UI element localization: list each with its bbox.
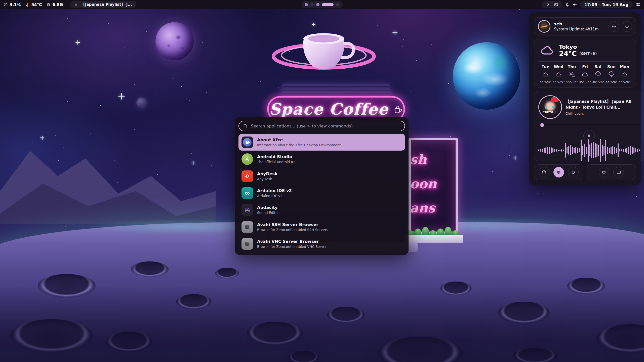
screen-record-button[interactable] [599, 167, 609, 177]
avatar[interactable] [538, 20, 550, 33]
waveform-bar [635, 148, 636, 152]
settings-button[interactable] [609, 21, 619, 32]
leaf-icon [571, 170, 576, 175]
clock[interactable]: 17:09 - Tue, 19 Aug [580, 1, 633, 8]
waveform-bar [554, 149, 555, 152]
weather-temperature: 24°C [559, 50, 577, 58]
play-pause-button[interactable] [583, 130, 595, 142]
performance-profile-button[interactable] [539, 167, 549, 177]
waveform-bar [579, 148, 580, 152]
forecast-day-label: Wed [554, 65, 564, 69]
forecast-day: Sat 36°/26° [592, 65, 605, 84]
top-bar: 3.1% 54°C 6.8G 【Japanese Playlist】 J... … [0, 0, 644, 9]
xfce-app-icon [242, 137, 253, 148]
workspace-dot[interactable] [310, 3, 314, 6]
powersave-profile-button[interactable] [568, 167, 579, 177]
seek-bar[interactable] [538, 123, 640, 127]
waveform-bar [565, 143, 566, 158]
app-row[interactable]: Avahi VNC Server Browser Browse for Zero… [238, 236, 405, 252]
screenshot-button[interactable] [613, 167, 624, 177]
waveform-bar [595, 143, 596, 158]
weather-card: Tokyo 24°C (GMT+9) Tue 33°/24° Wed 35°/2… [534, 39, 636, 87]
desktop: { "colors": { "accent": "#cfa9e3", "high… [0, 0, 644, 362]
top-bar-right: 17:09 - Tue, 19 Aug [542, 1, 640, 8]
search-bar[interactable] [238, 121, 405, 131]
divider [539, 61, 631, 62]
waveform-bar [605, 140, 606, 161]
waveform-bar [582, 146, 583, 155]
arduino-app-icon: ∞ [242, 187, 253, 199]
workspace-dot[interactable] [336, 3, 339, 6]
storm-weather-icon [608, 71, 615, 78]
waveform-bar [581, 140, 582, 161]
waveform-bar [630, 146, 631, 155]
waveform-bar [563, 150, 564, 151]
forecast-temps: 33°/24° [539, 80, 552, 84]
search-icon [243, 124, 248, 128]
workspace-indicator[interactable] [301, 1, 343, 8]
waveform-bar [626, 148, 627, 153]
app-row[interactable]: Android Studio The official Android IDE [238, 151, 405, 167]
system-tray [542, 1, 562, 8]
waveform-bar [544, 148, 545, 153]
app-row[interactable]: Avahi SSH Server Browser Browse for Zero… [238, 218, 405, 235]
power-profile-card [534, 164, 583, 180]
app-row[interactable]: About Xfce Information about the Xfce De… [238, 134, 405, 151]
notifications-bell-icon[interactable] [565, 2, 570, 7]
volume-icon[interactable] [573, 2, 577, 7]
speedometer-icon [4, 3, 8, 7]
workspace-dot[interactable] [316, 3, 319, 6]
app-list: About Xfce Information about the Xfce De… [238, 134, 405, 252]
cpu-stat[interactable]: 3.1% [4, 2, 21, 7]
screen-icon [616, 170, 621, 175]
workspace-dot[interactable] [305, 3, 308, 6]
pause-icon [587, 134, 591, 138]
forecast-day: Tue 33°/24° [539, 65, 552, 84]
app-row[interactable]: AnyDesk AnyDesk [238, 168, 405, 185]
music-player-card: TOKYO L 【Japanese Playlist】 Japan All Ni… [534, 91, 644, 161]
waveform-bar [567, 147, 568, 154]
app-title: Arduino IDE v2 [257, 188, 292, 193]
temp-value: 54°C [31, 2, 42, 7]
waveform-bar [542, 149, 543, 152]
avahi-app-icon [242, 221, 253, 233]
waveform-bar [637, 149, 638, 152]
cloud-weather-icon [542, 71, 549, 78]
album-art-text: TOKYO L [539, 111, 561, 114]
anydesk-app-icon [242, 170, 253, 182]
balanced-profile-button[interactable] [553, 167, 564, 177]
forecast-day: Fri 35°/26° [578, 65, 591, 84]
waveform-bar [607, 147, 608, 154]
user-card: seb System Uptime: 4h11m [534, 17, 636, 35]
waveform-bar [556, 149, 557, 152]
forecast-day: Sun 33°/26° [605, 65, 618, 84]
album-art[interactable]: TOKYO L [538, 95, 562, 119]
waveform-bar [598, 145, 599, 156]
forecast-day-label: Mon [620, 65, 629, 69]
waveform-bar [570, 145, 571, 155]
memory-stat[interactable]: 6.8G [46, 2, 63, 7]
media-pill[interactable]: 【Japanese Playlist】 J... [70, 1, 137, 8]
speedometer-icon [542, 170, 546, 175]
network-tray-icon[interactable] [546, 3, 550, 7]
temp-stat[interactable]: 54°C [25, 2, 42, 7]
search-input[interactable] [251, 124, 400, 128]
waveform-bar [633, 147, 634, 153]
forecast-temps: 33°/26° [605, 80, 618, 84]
waveform-bar [623, 149, 624, 152]
user-name: seb [554, 22, 599, 26]
memory-value: 6.8G [52, 2, 63, 7]
app-row[interactable]: Audacity Sound Editor [238, 202, 405, 218]
app-row[interactable]: ∞ Arduino IDE v2 Arduino IDE v2 [238, 185, 405, 201]
image-tray-icon[interactable] [554, 3, 558, 7]
waveform-bar [639, 149, 640, 151]
waveform-bar [603, 146, 605, 155]
app-title: About Xfce [257, 138, 341, 142]
workspace-dot[interactable] [322, 3, 334, 6]
thermometer-icon [25, 3, 29, 7]
power-button[interactable] [622, 21, 632, 32]
app-description: Information about the Xfce Desktop Envir… [257, 143, 341, 147]
waveform-bar [591, 143, 592, 158]
waveform-bar [618, 143, 619, 157]
app-grid-icon[interactable] [636, 2, 640, 7]
